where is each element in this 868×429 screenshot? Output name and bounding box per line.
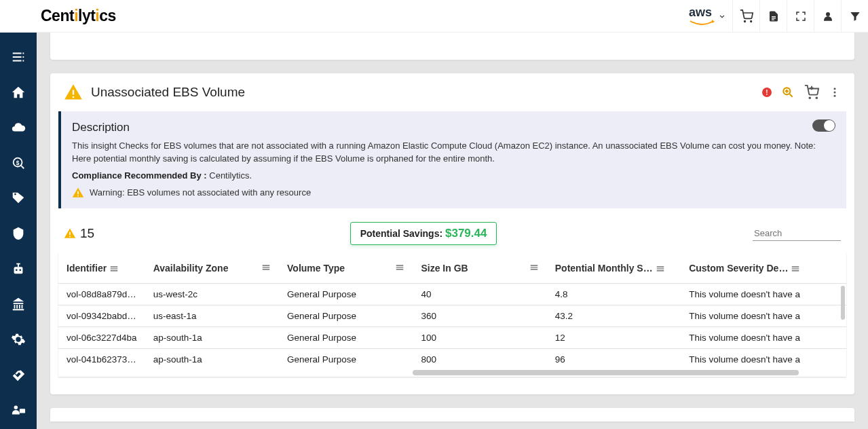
cell: us-west-2c [145, 283, 279, 305]
cell: 100 [413, 327, 546, 348]
sidebar-cost[interactable]: $ [0, 145, 37, 181]
potential-savings: Potential Savings: $379.44 [350, 222, 497, 245]
header-actions: aws [683, 0, 868, 33]
svg-rect-14 [73, 96, 74, 98]
col-pms[interactable]: Potential Monthly S… [555, 263, 653, 274]
user-button[interactable] [814, 0, 841, 33]
cell: General Purpose [279, 283, 413, 305]
cart-button[interactable] [732, 0, 759, 33]
col-csd[interactable]: Custom Severity De… [689, 263, 788, 274]
fullscreen-button[interactable] [787, 0, 814, 33]
sidebar-governance[interactable] [0, 286, 37, 322]
sidebar-home[interactable] [0, 75, 37, 110]
description-text: This insight Checks for EBS volumes that… [72, 140, 835, 166]
cell: General Purpose [279, 305, 413, 327]
cell: General Purpose [279, 348, 413, 370]
svg-rect-23 [69, 231, 71, 235]
cell: 800 [413, 348, 546, 370]
logo-text-2: lyt [78, 7, 95, 25]
col-az[interactable]: Availability Zone [153, 263, 229, 274]
sidebar-settings[interactable] [0, 322, 37, 357]
logo[interactable]: Centilytics [0, 7, 116, 25]
aws-smile-icon [689, 20, 715, 26]
horizontal-scrollbar[interactable] [58, 370, 846, 377]
svg-rect-5 [20, 128, 22, 130]
filter-button[interactable] [841, 0, 868, 33]
compliance-label: Compliance Recommended By : [72, 170, 207, 181]
svg-rect-3 [15, 128, 16, 130]
svg-point-19 [834, 92, 836, 94]
description-toggle[interactable] [812, 119, 835, 132]
cell: This volume doesn't have a [681, 327, 846, 348]
svg-point-9 [16, 269, 18, 271]
sidebar-cloud[interactable] [0, 110, 37, 145]
stats-row: 15 Potential Savings: $379.44 [50, 208, 854, 253]
cell: 96 [547, 348, 681, 370]
cell: 12 [547, 327, 681, 348]
savings-label: Potential Savings: [360, 228, 445, 239]
sidebar-support[interactable] [0, 392, 37, 428]
main-content: Unassociated EBS Volume ! Description Th… [37, 33, 868, 429]
vertical-scrollbar[interactable] [841, 286, 845, 320]
cell: vol-06c3227d4ba [58, 327, 145, 348]
svg-point-20 [834, 95, 836, 97]
col-menu-icon[interactable] [529, 263, 539, 272]
zoom-button[interactable] [781, 86, 795, 99]
col-voltype[interactable]: Volume Type [287, 263, 345, 274]
description-heading: Description [72, 121, 835, 134]
compliance-value: Centilytics. [207, 170, 252, 181]
table-row[interactable]: vol-08d8a879d11us-west-2cGeneral Purpose… [58, 283, 846, 305]
svg-point-17 [816, 97, 817, 98]
table-row[interactable]: vol-09342babd13us-east-1aGeneral Purpose… [58, 305, 846, 327]
col-identifier[interactable]: Identifier [67, 263, 107, 274]
insight-card: Unassociated EBS Volume ! Description Th… [50, 73, 854, 394]
cell: ap-south-1a [145, 327, 279, 348]
svg-point-10 [19, 269, 21, 271]
logo-text-1: Cent [41, 7, 74, 25]
cell: 360 [413, 305, 546, 327]
svg-point-16 [809, 97, 810, 98]
more-menu-button[interactable] [829, 86, 841, 98]
col-menu-icon[interactable] [109, 264, 119, 274]
table-row[interactable]: vol-041b62373b9ap-south-1aGeneral Purpos… [58, 348, 846, 370]
description-panel: Description This insight Checks for EBS … [58, 111, 846, 208]
col-menu-icon[interactable] [656, 264, 665, 274]
col-menu-icon[interactable] [395, 263, 404, 272]
svg-point-11 [14, 406, 18, 410]
cell: 4.8 [547, 283, 681, 305]
col-menu-icon[interactable] [261, 263, 271, 272]
col-menu-icon[interactable] [791, 264, 800, 274]
cell: This volume doesn't have a [681, 348, 846, 370]
cloud-provider-selector[interactable]: aws [683, 5, 732, 26]
svg-point-1 [750, 20, 751, 22]
search-input[interactable] [753, 226, 841, 241]
warning-icon [64, 227, 76, 240]
svg-rect-21 [77, 191, 79, 194]
warning-icon [72, 187, 84, 199]
provider-label: aws [689, 5, 715, 20]
table-row[interactable]: vol-06c3227d4baap-south-1aGeneral Purpos… [58, 327, 846, 348]
document-button[interactable] [759, 0, 787, 33]
sidebar-menu[interactable] [0, 39, 37, 75]
add-to-cart-button[interactable] [804, 85, 819, 100]
cell: 40 [413, 283, 546, 305]
alert-badge[interactable]: ! [762, 88, 772, 97]
cell: vol-08d8a879d11 [58, 283, 145, 305]
svg-point-0 [744, 20, 745, 22]
cell: vol-09342babd13 [58, 305, 145, 327]
sidebar: $ [0, 33, 37, 429]
cell: vol-041b62373b9 [58, 348, 145, 370]
logo-text-3: cs [99, 7, 116, 25]
sidebar-automation[interactable] [0, 251, 37, 286]
svg-rect-13 [73, 90, 74, 95]
svg-rect-22 [77, 195, 79, 196]
sidebar-security[interactable] [0, 216, 37, 251]
cell: This volume doesn't have a [681, 283, 846, 305]
sidebar-tags[interactable] [0, 181, 37, 216]
previous-card-tail [50, 33, 854, 60]
cell: General Purpose [279, 327, 413, 348]
col-size[interactable]: Size In GB [421, 263, 468, 274]
sidebar-partners[interactable] [0, 357, 37, 392]
warning-text: Warning: EBS volumes not associated with… [90, 187, 311, 198]
cell: us-east-1a [145, 305, 279, 327]
